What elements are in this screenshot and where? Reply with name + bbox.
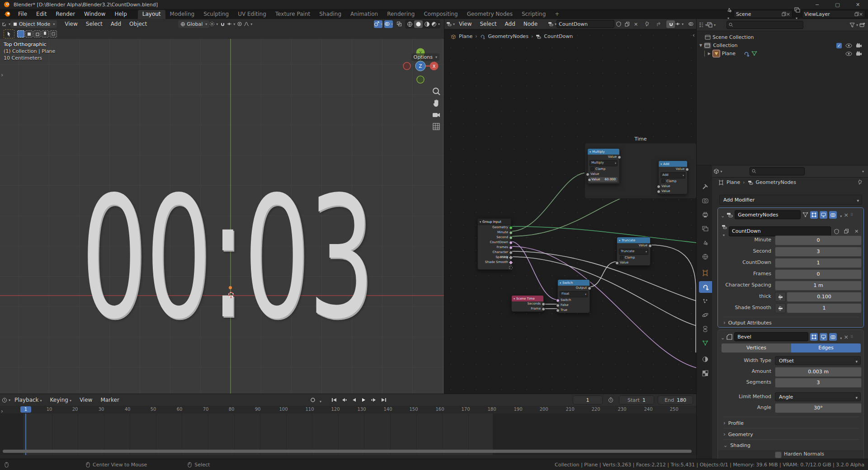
modifier-name-field[interactable]: Bevel (734, 332, 808, 341)
pivot-point-icon[interactable] (209, 20, 218, 28)
copy-icon[interactable] (842, 227, 851, 235)
profile-subpanel[interactable]: Profile (723, 417, 859, 426)
node-menu-add[interactable]: Add (501, 21, 519, 27)
mode-dropdown[interactable]: Object Mode (10, 20, 57, 28)
hide-eye-icon[interactable] (845, 43, 852, 48)
disable-render-camera-icon[interactable] (856, 43, 862, 48)
jump-to-start-icon[interactable] (330, 396, 339, 404)
timeline-channel-area[interactable]: › (0, 414, 696, 455)
tab-geometry-nodes[interactable]: Geometry Nodes (462, 10, 517, 19)
display-viewport-toggle[interactable] (820, 211, 827, 219)
render-tab-icon[interactable] (698, 195, 712, 207)
select-mode-intersect-icon[interactable] (50, 30, 57, 38)
node-header[interactable]: Truncate (617, 237, 650, 243)
tab-rendering[interactable]: Rendering (382, 10, 419, 19)
false-input-socket[interactable] (556, 304, 560, 307)
output-socket[interactable] (685, 168, 689, 171)
node-header[interactable]: Group Input (478, 219, 511, 225)
outliner-display-mode-icon[interactable] (707, 21, 716, 29)
shading-rendered-icon[interactable] (431, 20, 440, 28)
node-add[interactable]: Add Value Add Clamp Value Value (658, 160, 688, 194)
minute-input[interactable]: 0 (775, 235, 862, 245)
scene-tab-icon[interactable] (698, 237, 712, 249)
selectable-checkbox[interactable]: ✓ (836, 43, 842, 48)
auto-keying-record-icon[interactable] (308, 396, 317, 404)
camera-view-icon[interactable] (432, 110, 441, 119)
node-editor-type-icon[interactable] (446, 20, 455, 28)
physics-tab-icon[interactable] (698, 309, 712, 321)
clamp-checkbox[interactable] (620, 256, 623, 259)
amount-input[interactable]: 0.003 m (775, 367, 862, 377)
tab-texture-paint[interactable]: Texture Paint (271, 10, 315, 19)
keying-set-dropdown[interactable] (318, 396, 321, 404)
output-attributes-subpanel[interactable]: Output Attributes (723, 317, 859, 326)
output-tab-icon[interactable] (698, 209, 712, 221)
proportional-falloff-icon[interactable] (244, 20, 252, 28)
timeline-scrollbar[interactable] (3, 450, 692, 453)
timeline-menu-playback[interactable]: Playback (10, 397, 46, 403)
transform-orientation-dropdown[interactable]: Global (178, 20, 209, 28)
input-socket[interactable] (586, 173, 590, 176)
menu-window[interactable]: Window (80, 11, 110, 17)
thick-input[interactable]: 0.100 (787, 292, 862, 302)
harden-normals-checkbox[interactable] (775, 451, 782, 458)
modifier-extras-dropdown[interactable] (839, 333, 842, 341)
frame-end-field[interactable]: End180 (658, 395, 693, 404)
hide-eye-icon[interactable] (845, 52, 852, 56)
toolbar-expand-arrow[interactable]: › (1, 71, 3, 78)
minute-output-socket[interactable] (509, 231, 513, 235)
node-truncate[interactable]: Truncate Value Truncate Clamp Value (617, 237, 651, 266)
node-menu-node[interactable]: Node (519, 21, 542, 27)
collapse-chevron-icon[interactable] (721, 333, 725, 341)
node-group-input[interactable]: Group Input Geometry Minute Second Count… (477, 218, 511, 270)
unlink-icon[interactable]: × (852, 227, 861, 235)
node-header[interactable]: Switch (558, 280, 590, 286)
input-socket[interactable] (657, 185, 660, 188)
affect-edges-button[interactable]: Edges (791, 343, 861, 352)
outliner-editor-type-icon[interactable] (698, 21, 707, 29)
properties-editor-type-icon[interactable] (714, 168, 722, 175)
node-menu-select[interactable]: Select (476, 21, 500, 27)
jump-to-end-icon[interactable] (379, 396, 388, 404)
width-type-select[interactable]: Offset (775, 356, 861, 365)
node-overlays-icon[interactable] (686, 20, 695, 28)
display-viewport-toggle[interactable] (820, 333, 827, 341)
viewport-menu-view[interactable]: View (61, 21, 81, 27)
limit-method-select[interactable]: Angle (775, 392, 861, 401)
node-canvas[interactable]: Plane › GeometryNodes › CountDown ‹ (444, 29, 697, 394)
scene-selector[interactable]: Scene × (734, 10, 793, 18)
type-dropdown[interactable]: Float (560, 291, 588, 297)
show-gizmo-toggle[interactable] (374, 20, 382, 28)
menu-help[interactable]: Help (110, 11, 131, 17)
second-input[interactable]: 3 (775, 247, 862, 257)
xray-toggle[interactable] (395, 20, 403, 28)
seconds-output-socket[interactable] (542, 302, 545, 306)
tab-modeling[interactable]: Modeling (165, 10, 199, 19)
viewlayer-tab-icon[interactable] (698, 223, 712, 235)
operation-dropdown[interactable]: Multiply (590, 160, 618, 166)
timeline-ruler[interactable]: 10 20 30 40 50 60 70 80 90 100 110 120 1… (0, 406, 696, 414)
viewport-menu-object[interactable]: Object (125, 21, 151, 27)
collapse-chevron-icon[interactable] (721, 211, 725, 219)
segments-input[interactable]: 3 (775, 378, 862, 388)
texture-tab-icon[interactable] (698, 367, 712, 379)
active-tool-tweak-icon[interactable] (4, 29, 14, 38)
particles-tab-icon[interactable] (698, 295, 712, 307)
pin-icon[interactable] (643, 20, 651, 28)
node-snap-magnet-icon[interactable] (666, 20, 675, 28)
properties-pin-icon[interactable] (858, 179, 863, 185)
value-slider[interactable]: Value60.000 (590, 177, 618, 182)
modifier-name-field[interactable]: GeometryNodes (735, 210, 801, 219)
world-tab-icon[interactable] (698, 251, 712, 263)
delete-modifier-icon[interactable]: × (844, 334, 849, 340)
shading-solid-icon[interactable] (414, 20, 423, 28)
zoom-view-icon[interactable] (432, 87, 441, 96)
modifiers-tab-icon[interactable] (699, 281, 712, 293)
operation-dropdown[interactable]: Add (660, 172, 685, 179)
outliner-search-input[interactable] (726, 21, 803, 29)
switch-input-socket[interactable] (556, 299, 560, 302)
frames-input[interactable]: 0 (775, 269, 862, 279)
viewport-menu-add[interactable]: Add (107, 21, 125, 27)
use-preview-range-clock-icon[interactable] (606, 396, 615, 404)
input-socket[interactable] (657, 190, 660, 193)
